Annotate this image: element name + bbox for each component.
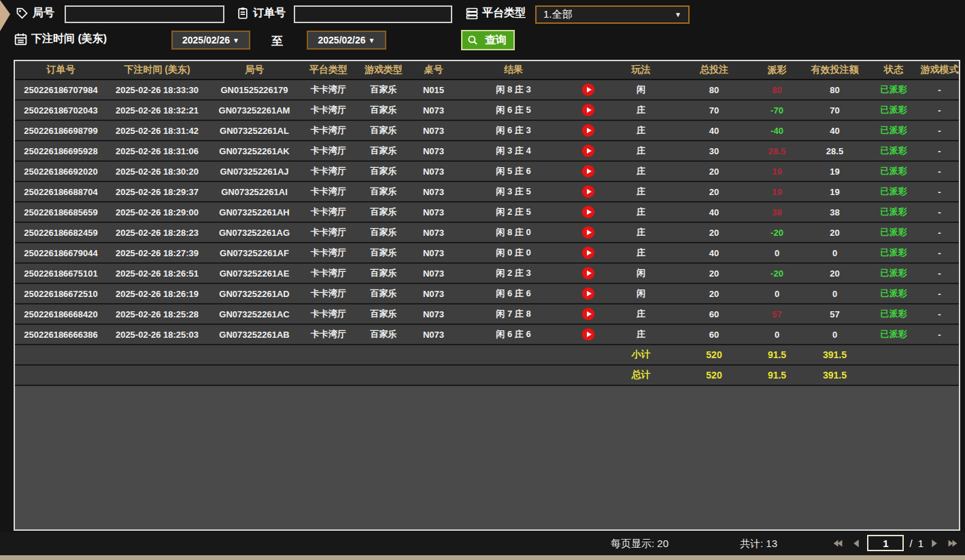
cell-table_no: N073	[411, 146, 456, 156]
replay-button[interactable]	[582, 124, 594, 137]
cell-status: 已派彩	[867, 145, 920, 157]
cell-table_no: N073	[411, 268, 456, 279]
summary-total_bet: 520	[677, 370, 751, 381]
column-header-game_type: 游戏类型	[356, 64, 411, 76]
cell-payout: 0	[751, 330, 802, 340]
cell-game_no: GN073252261AB	[207, 330, 301, 340]
cell-total_bet: 20	[677, 228, 751, 238]
pagination-bar: 每页显示: 20 共计: 13 / 1	[0, 532, 965, 555]
order-no-input[interactable]	[294, 5, 452, 23]
game-no-input[interactable]	[65, 5, 224, 23]
page-input[interactable]	[867, 535, 904, 551]
cell-game_type: 百家乐	[356, 247, 411, 259]
chevron-down-icon: ▼	[369, 37, 375, 44]
cell-game_no: GN073252261AD	[207, 289, 301, 299]
cell-platform: 卡卡湾厅	[301, 206, 356, 218]
cell-bet_time: 2025-02-26 18:26:51	[107, 268, 207, 279]
column-header-total_bet: 总投注	[677, 64, 751, 76]
cell-table_no: N073	[411, 187, 456, 197]
date-from-picker[interactable]: 2025/02/26 ▼	[171, 31, 250, 50]
search-button-label: 查询	[485, 33, 507, 48]
cell-total_bet: 60	[677, 330, 751, 340]
replay-button[interactable]	[582, 206, 594, 218]
cell-status: 已派彩	[867, 104, 920, 116]
per-page-label: 每页显示: 20	[611, 538, 668, 550]
cell-game_mode: -	[920, 289, 959, 299]
replay-button[interactable]	[582, 247, 594, 259]
replay-button[interactable]	[582, 308, 594, 320]
cell-result: 闲 2 庄 3	[456, 267, 571, 279]
cell-total_bet: 70	[677, 105, 751, 116]
replay-cell	[571, 308, 605, 320]
replay-button[interactable]	[582, 267, 594, 279]
cell-bet_time: 2025-02-26 18:28:23	[107, 228, 207, 238]
replay-cell	[571, 287, 605, 300]
cell-play_type: 闲	[605, 287, 677, 300]
column-header-status: 状态	[867, 64, 920, 76]
play-icon	[587, 169, 592, 174]
replay-button[interactable]	[582, 145, 594, 157]
cell-result: 闲 2 庄 5	[456, 206, 571, 218]
cell-bet_time: 2025-02-26 18:26:19	[107, 289, 207, 299]
page-separator: /	[909, 538, 912, 549]
prev-page-icon[interactable]	[851, 537, 862, 550]
cell-game_mode: -	[920, 167, 959, 177]
cell-bet_time: 2025-02-26 18:25:03	[107, 330, 207, 340]
cell-game_mode: -	[920, 207, 959, 217]
cell-status: 已派彩	[867, 165, 920, 177]
play-icon	[587, 311, 592, 317]
play-icon	[587, 250, 592, 256]
date-to-picker[interactable]: 2025/02/26 ▼	[307, 31, 386, 50]
replay-cell	[571, 206, 605, 218]
column-header-table_no: 桌号	[411, 64, 456, 76]
next-page-icon[interactable]	[929, 537, 940, 550]
cell-game_type: 百家乐	[356, 226, 411, 239]
last-page-icon[interactable]	[945, 537, 960, 550]
bet-history-screen: 局号 订单号 平台类型 1.全部 ▼	[0, 0, 965, 560]
cell-total_bet: 40	[677, 248, 751, 258]
replay-button[interactable]	[582, 287, 594, 300]
cell-table_no: N073	[411, 105, 456, 116]
cell-game_no: GN073252261AH	[207, 207, 301, 217]
cell-total_bet: 80	[677, 85, 751, 95]
total-row: 总计52091.5391.5	[15, 366, 959, 386]
cell-bet_time: 2025-02-26 18:25:28	[107, 309, 207, 319]
platform-type-select[interactable]: 1.全部 ▼	[535, 5, 690, 24]
date-to-label: 至	[271, 33, 283, 49]
replay-cell	[571, 124, 605, 137]
cell-play_type: 庄	[605, 247, 677, 259]
replay-button[interactable]	[582, 165, 594, 177]
cell-status: 已派彩	[867, 328, 920, 340]
cell-game_no: GN01525226179	[207, 85, 301, 95]
chevron-down-icon: ▼	[233, 37, 239, 44]
game-no-label: 局号	[33, 6, 54, 20]
cell-result: 闲 7 庄 8	[456, 308, 571, 320]
cell-result: 闲 6 庄 3	[456, 124, 571, 137]
cell-game_type: 百家乐	[356, 186, 411, 198]
replay-button[interactable]	[582, 186, 594, 198]
column-header-order_no: 订单号	[15, 64, 107, 76]
bet-time-filter: 下注时间 (美东)	[14, 32, 107, 46]
cell-status: 已派彩	[867, 206, 920, 218]
play-icon	[587, 291, 592, 296]
search-button[interactable]: 查询	[461, 30, 515, 50]
first-page-icon[interactable]	[831, 537, 845, 550]
table-row: 2502261866959282025-02-26 18:31:06GN0732…	[15, 141, 959, 162]
replay-button[interactable]	[582, 328, 594, 340]
replay-cell	[571, 145, 605, 157]
panel-collapse-arrow[interactable]	[0, 0, 10, 31]
table-row: 2502261867079842025-02-26 18:33:30GN0152…	[15, 80, 959, 101]
cell-game_mode: -	[920, 248, 959, 258]
cell-result: 闲 3 庄 4	[456, 145, 571, 157]
cell-platform: 卡卡湾厅	[301, 247, 356, 259]
replay-button[interactable]	[582, 104, 594, 116]
cell-payout: 28.5	[751, 146, 802, 156]
replay-button[interactable]	[582, 226, 594, 239]
cell-payout: -40	[751, 126, 802, 136]
table-row: 2502261866790442025-02-26 18:27:39GN0732…	[15, 243, 959, 264]
table-row: 2502261866987992025-02-26 18:31:42GN0732…	[15, 121, 959, 141]
summary-payout: 91.5	[751, 349, 802, 360]
replay-button[interactable]	[582, 84, 594, 96]
cell-table_no: N073	[411, 330, 456, 340]
cell-status: 已派彩	[867, 267, 920, 279]
